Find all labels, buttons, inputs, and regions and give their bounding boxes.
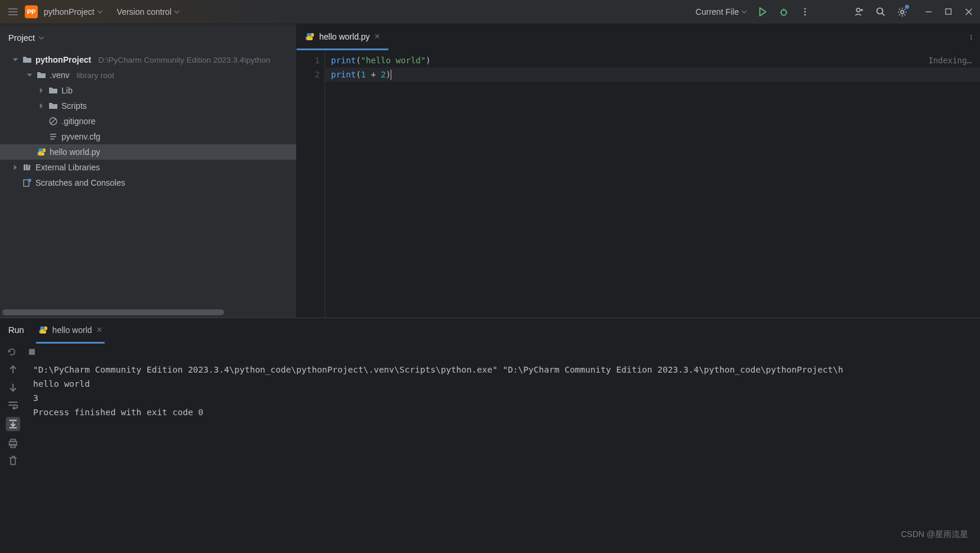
scripts-label: Scripts bbox=[61, 101, 87, 111]
chevron-down-icon bbox=[38, 35, 44, 41]
run-tab-hello[interactable]: hello world × bbox=[36, 318, 105, 344]
down-stack-button[interactable] bbox=[7, 381, 19, 393]
console-line: Process finished with exit code 0 bbox=[33, 405, 980, 419]
project-tool-window: Project pythonProject D:\PyCharm Communi… bbox=[0, 24, 297, 318]
minimize-icon bbox=[924, 8, 933, 16]
project-selector[interactable]: pythonProject bbox=[44, 7, 103, 17]
debug-button[interactable] bbox=[778, 6, 790, 18]
run-config-selector[interactable]: Current File bbox=[696, 7, 747, 17]
close-button[interactable] bbox=[965, 8, 973, 16]
svg-point-3 bbox=[804, 14, 806, 16]
notification-dot bbox=[905, 5, 909, 9]
venv-label: .venv bbox=[50, 70, 69, 80]
line-gutter: 1 2 bbox=[297, 51, 325, 318]
rerun-button[interactable] bbox=[6, 346, 18, 358]
tree-row-hello-py[interactable]: hello world.py bbox=[0, 144, 296, 160]
console-line: hello world bbox=[33, 377, 980, 391]
project-scroll-thumb[interactable] bbox=[2, 309, 224, 315]
svg-rect-10 bbox=[26, 164, 28, 170]
up-stack-button[interactable] bbox=[7, 364, 19, 376]
run-toolbar bbox=[0, 344, 980, 360]
svg-rect-19 bbox=[11, 439, 15, 442]
project-panel-header[interactable]: Project bbox=[0, 24, 296, 51]
folder-icon bbox=[37, 70, 46, 80]
clear-all-button[interactable] bbox=[7, 455, 19, 467]
maximize-button[interactable] bbox=[945, 8, 953, 16]
code-line: print("hello world") bbox=[331, 53, 980, 67]
minimize-button[interactable] bbox=[924, 8, 933, 16]
lib-label: Lib bbox=[61, 86, 73, 95]
svg-point-15 bbox=[971, 37, 972, 38]
line-number: 1 bbox=[297, 53, 320, 67]
print-button[interactable] bbox=[7, 437, 19, 449]
svg-point-5 bbox=[877, 8, 883, 14]
indexing-status: Indexing… bbox=[929, 53, 972, 67]
version-control-menu[interactable]: Version control bbox=[117, 7, 180, 17]
console-line: 3 bbox=[33, 391, 980, 405]
svg-point-1 bbox=[804, 8, 806, 10]
soft-wrap-button[interactable] bbox=[7, 399, 19, 411]
project-badge: PP bbox=[25, 5, 38, 18]
trash-icon bbox=[7, 455, 19, 467]
chevron-down-icon bbox=[26, 72, 33, 79]
run-button[interactable] bbox=[757, 6, 768, 18]
editor-more-button[interactable] bbox=[968, 31, 980, 43]
run-config-label: Current File bbox=[696, 7, 739, 17]
tree-row-venv[interactable]: .venv library root bbox=[0, 67, 296, 83]
svg-rect-7 bbox=[946, 9, 951, 14]
run-tool-window: Run hello world × "D:\PyCharm Community … bbox=[0, 318, 980, 483]
print-icon bbox=[7, 437, 19, 449]
code-with-me-button[interactable] bbox=[854, 6, 865, 18]
hello-py-label: hello world.py bbox=[50, 147, 100, 157]
stop-icon bbox=[28, 348, 36, 356]
text-file-icon bbox=[48, 132, 58, 141]
ignore-file-icon bbox=[48, 117, 58, 126]
bug-icon bbox=[778, 7, 789, 17]
project-tree: pythonProject D:\PyCharm Community Editi… bbox=[0, 51, 296, 318]
tree-row-lib[interactable]: Lib bbox=[0, 83, 296, 98]
pyvenv-label: pyvenv.cfg bbox=[61, 132, 100, 141]
folder-icon bbox=[22, 55, 32, 64]
library-root-hint: library root bbox=[76, 71, 114, 80]
search-everywhere-button[interactable] bbox=[875, 6, 887, 18]
tree-row-scripts[interactable]: Scripts bbox=[0, 98, 296, 114]
tree-row-external-libs[interactable]: External Libraries bbox=[0, 160, 296, 175]
scroll-end-icon bbox=[7, 418, 19, 430]
svg-point-14 bbox=[971, 35, 972, 36]
code-editor[interactable]: 1 2 print("hello world") print(1 + 2) In… bbox=[297, 51, 980, 318]
console-line: "D:\PyCharm Community Edition 2023.3.4\p… bbox=[33, 363, 980, 377]
maximize-icon bbox=[945, 8, 952, 15]
gitignore-label: .gitignore bbox=[61, 117, 96, 126]
chevron-right-icon bbox=[12, 164, 19, 171]
console-output[interactable]: "D:\PyCharm Community Edition 2023.3.4\p… bbox=[26, 360, 980, 483]
chevron-down-icon bbox=[174, 9, 180, 15]
version-control-label: Version control bbox=[117, 7, 172, 17]
stop-button[interactable] bbox=[26, 346, 38, 358]
scroll-to-end-button[interactable] bbox=[6, 417, 20, 431]
tab-close-button[interactable]: × bbox=[375, 31, 380, 42]
chevron-down-icon bbox=[97, 9, 103, 15]
run-gutter bbox=[0, 360, 26, 483]
scratches-icon bbox=[22, 178, 32, 187]
code-line: print(1 + 2) bbox=[325, 67, 980, 82]
arrow-up-icon bbox=[7, 364, 19, 376]
tree-row-gitignore[interactable]: .gitignore bbox=[0, 114, 296, 129]
library-icon bbox=[22, 163, 32, 172]
project-name-label: pythonProject bbox=[44, 7, 95, 17]
project-root-path: D:\PyCharm Community Edition 2023.3.4\py… bbox=[98, 56, 270, 64]
more-actions-button[interactable] bbox=[799, 6, 811, 18]
chevron-right-icon bbox=[38, 102, 45, 109]
python-file-icon bbox=[305, 32, 314, 41]
close-icon bbox=[965, 8, 973, 16]
editor-tabs: hello world.py × bbox=[297, 24, 980, 51]
tree-row-root[interactable]: pythonProject D:\PyCharm Community Editi… bbox=[0, 52, 296, 67]
main-menu-icon[interactable] bbox=[7, 6, 19, 18]
python-file-icon bbox=[37, 147, 46, 157]
editor: hello world.py × 1 2 print("hello world"… bbox=[297, 24, 980, 318]
run-panel-header: Run hello world × bbox=[0, 318, 980, 344]
tree-row-pyvenv[interactable]: pyvenv.cfg bbox=[0, 129, 296, 144]
editor-tab-hello[interactable]: hello world.py × bbox=[297, 24, 388, 50]
run-tab-close[interactable]: × bbox=[97, 325, 102, 335]
settings-button[interactable] bbox=[896, 6, 908, 18]
tree-row-scratches[interactable]: Scratches and Consoles bbox=[0, 175, 296, 190]
